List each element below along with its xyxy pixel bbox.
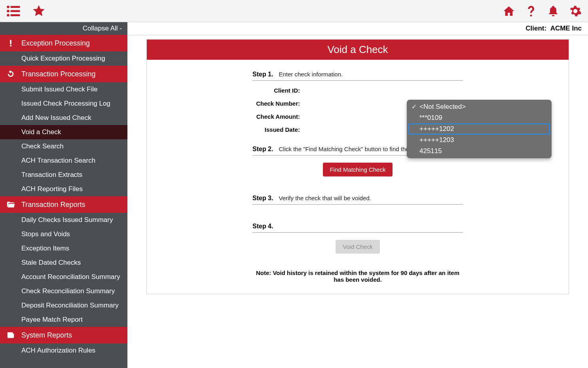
nav-section-exception-processing[interactable]: Exception Processing xyxy=(0,35,127,51)
nav-section-system-reports[interactable]: System Reports xyxy=(0,327,127,343)
step-3: Step 3. Verify the check that will be vo… xyxy=(252,192,463,205)
client-bar: Client: ACME Inc xyxy=(127,22,588,35)
svg-point-4 xyxy=(7,14,9,17)
svg-rect-5 xyxy=(11,14,20,16)
nav-item-submit-issued-check-file[interactable]: Submit Issued Check File xyxy=(0,82,127,97)
step-4: Step 4. xyxy=(252,220,463,233)
nav-item-ach-reporting-files[interactable]: ACH Reporting Files xyxy=(0,182,127,196)
dropdown-option[interactable]: +++++1202 xyxy=(408,123,550,135)
nav-item-ach-transaction-search[interactable]: ACH Transaction Search xyxy=(0,154,127,168)
client-id-label: Client ID: xyxy=(252,86,300,94)
step-1: Step 1. Enter check information. xyxy=(252,68,463,81)
dropdown-option[interactable]: ***0109 xyxy=(408,112,550,123)
svg-point-2 xyxy=(7,9,9,12)
check-amount-label: Check Amount: xyxy=(252,112,300,120)
client-label: Client: xyxy=(525,25,546,32)
topbar xyxy=(0,0,588,22)
dropdown-option[interactable]: +++++1203 xyxy=(408,135,550,146)
svg-rect-3 xyxy=(11,10,20,12)
nav-item-add-new-issued-check[interactable]: Add New Issued Check xyxy=(0,111,127,125)
step-1-label: Step 1. xyxy=(252,71,273,78)
dropdown-option[interactable]: <Not Selected> xyxy=(408,101,550,112)
step-1-text: Enter check information. xyxy=(279,71,343,78)
void-note: Note: Void history is retained within th… xyxy=(252,269,463,283)
help-icon[interactable] xyxy=(525,5,537,17)
nav-item-account-reconciliation-summary[interactable]: Account Reconciliation Summary xyxy=(0,270,127,284)
panel-title: Void a Check xyxy=(147,40,569,60)
check-number-label: Check Number: xyxy=(252,99,300,107)
dropdown-option[interactable]: 425115 xyxy=(408,146,550,157)
gear-icon[interactable] xyxy=(569,5,582,17)
nav-section-transaction-reports[interactable]: Transaction Reports xyxy=(0,196,127,213)
void-check-panel: Void a Check Step 1. Enter check informa… xyxy=(146,39,569,294)
nav-item-void-a-check[interactable]: Void a Check xyxy=(0,125,127,139)
void-check-button: Void Check xyxy=(336,240,380,254)
client-id-select[interactable] xyxy=(304,86,463,94)
nav-item-payee-match-report[interactable]: Payee Match Report xyxy=(0,313,127,327)
svg-point-0 xyxy=(7,6,9,8)
nav-item-stops-and-voids[interactable]: Stops and Voids xyxy=(0,227,127,241)
nav-item-issued-check-processing-log[interactable]: Issued Check Processing Log xyxy=(0,97,127,111)
nav-item-ach-authorization-rules[interactable]: ACH Authorization Rules xyxy=(0,343,127,358)
step-3-label: Step 3. xyxy=(252,195,273,202)
star-icon[interactable] xyxy=(32,4,46,18)
nav-item-check-search[interactable]: Check Search xyxy=(0,139,127,154)
svg-rect-1 xyxy=(11,6,20,8)
step-3-text: Verify the check that will be voided. xyxy=(279,195,371,201)
step-4-label: Step 4. xyxy=(252,223,273,230)
nav-item-exception-items[interactable]: Exception Items xyxy=(0,241,127,256)
nav-item-stale-dated-checks[interactable]: Stale Dated Checks xyxy=(0,256,127,270)
client-name: ACME Inc xyxy=(550,25,582,32)
svg-rect-6 xyxy=(10,40,11,44)
find-matching-check-button[interactable]: Find Matching Check xyxy=(323,163,393,176)
svg-rect-7 xyxy=(10,45,11,47)
client-id-dropdown[interactable]: <Not Selected>***0109+++++1202+++++12034… xyxy=(407,100,552,158)
nav-item-deposit-reconciliation-summary[interactable]: Deposit Reconciliation Summary xyxy=(0,298,127,313)
nav-section-transaction-processing[interactable]: Transaction Processing xyxy=(0,66,127,82)
issued-date-label: Issued Date: xyxy=(252,125,300,133)
step-2-text: Click the "Find Matching Check" button t… xyxy=(279,146,428,152)
step-2-label: Step 2. xyxy=(252,146,273,153)
sidebar: Collapse All - Exception ProcessingQuick… xyxy=(0,22,127,368)
collapse-all[interactable]: Collapse All - xyxy=(0,22,127,35)
nav-item-daily-checks-issued-summary[interactable]: Daily Checks Issued Summary xyxy=(0,213,127,227)
content: Client: ACME Inc Void a Check Step 1. En… xyxy=(127,22,588,368)
nav-item-quick-exception-processing[interactable]: Quick Exception Processing xyxy=(0,51,127,66)
nav-item-check-reconciliation-summary[interactable]: Check Reconciliation Summary xyxy=(0,284,127,298)
menu-list-icon[interactable] xyxy=(6,4,21,18)
home-icon[interactable] xyxy=(503,5,515,17)
nav-item-transaction-extracts[interactable]: Transaction Extracts xyxy=(0,168,127,182)
bell-icon[interactable] xyxy=(547,5,560,17)
